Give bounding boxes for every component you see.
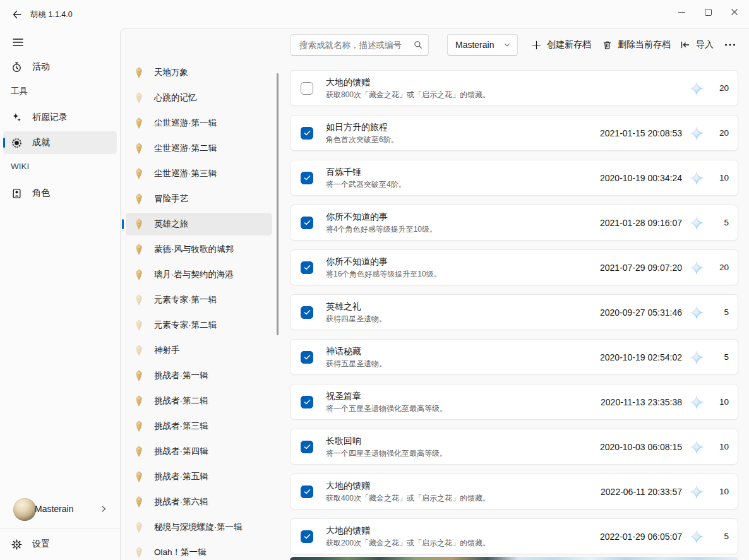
category-item[interactable]: 蒙德·风与牧歌的城邦 (126, 238, 272, 261)
category-item[interactable]: 挑战者·第三辑 (126, 415, 272, 438)
achievement-checkbox[interactable] (301, 306, 313, 319)
achievement-text: 如日方升的旅程 角色首次突破至6阶。 (326, 121, 592, 145)
category-item[interactable]: 冒险手艺 (126, 188, 272, 210)
achievement-title: 神话秘藏 (326, 345, 592, 357)
category-item[interactable]: 天地万象 (126, 61, 272, 84)
hamburger-button[interactable] (9, 34, 26, 51)
check-icon (303, 174, 311, 182)
category-label: 挑战者·第三辑 (154, 420, 208, 432)
achievement-card[interactable]: 长歌回响 将一个四星圣遗物强化至最高等级。 2020-10-03 06:08:1… (290, 429, 738, 465)
sidebar-item-settings[interactable]: 设置 (3, 533, 117, 556)
achievement-text: 你所不知道的事 将4个角色好感等级提升至10级。 (326, 211, 592, 235)
delete-archive-button[interactable]: 删除当前存档 (596, 34, 677, 56)
archive-selector[interactable]: Masterain (447, 34, 518, 56)
wish-record-icon (11, 112, 22, 123)
create-archive-button[interactable]: 创建新存档 (525, 34, 597, 56)
close-button[interactable] (721, 0, 748, 24)
category-item[interactable]: 元素专家·第一辑 (126, 289, 272, 311)
back-button[interactable] (9, 6, 25, 23)
check-icon (303, 353, 311, 361)
back-arrow-icon (12, 9, 22, 20)
achievement-description: 将一个武器突破至4阶。 (326, 179, 592, 190)
achievement-title: 如日方升的旅程 (326, 121, 592, 133)
maximize-button[interactable] (695, 0, 721, 24)
achievement-checkbox[interactable] (301, 351, 313, 364)
category-medal-icon (132, 116, 146, 130)
achievement-checkbox[interactable] (301, 82, 313, 95)
achievement-icon (11, 137, 22, 148)
category-medal-icon (132, 192, 146, 206)
achievement-text: 英雄之礼 获得四星圣遗物。 (326, 301, 592, 325)
achievement-checkbox[interactable] (301, 127, 313, 140)
achievement-reward-count: 20 (712, 128, 729, 138)
search-input[interactable] (298, 40, 414, 51)
delete-archive-label: 删除当前存档 (618, 39, 671, 51)
category-label: 元素专家·第一辑 (154, 294, 217, 306)
check-icon (303, 129, 311, 137)
category-item[interactable]: 英雄之旅 (126, 213, 272, 235)
achievement-reward-count: 10 (712, 487, 729, 496)
sidebar-item-label: 成就 (32, 137, 50, 148)
plus-icon (531, 40, 541, 50)
search-box[interactable] (291, 34, 429, 56)
sidebar-item-label: 角色 (32, 188, 50, 199)
sidebar-item-characters[interactable]: 角色 (3, 182, 117, 205)
sidebar-section-tools: 工具 (11, 86, 28, 97)
achievement-checkbox[interactable] (301, 486, 313, 498)
achievement-title: 你所不知道的事 (326, 256, 592, 268)
achievement-checkbox[interactable] (301, 530, 313, 543)
achievement-reward-count: 10 (712, 442, 729, 451)
achievement-checkbox[interactable] (301, 217, 313, 229)
activity-icon (11, 61, 22, 73)
category-item[interactable]: 挑战者·第二辑 (126, 390, 272, 412)
category-item[interactable]: 挑战者·第六辑 (126, 491, 272, 513)
import-icon (680, 40, 690, 50)
achievement-checkbox[interactable] (301, 261, 313, 274)
achievement-reward-count: 10 (712, 397, 729, 407)
achievement-checkbox[interactable] (301, 441, 313, 453)
category-item[interactable]: 挑战者·第一辑 (126, 364, 272, 387)
achievement-date: 2021-07-29 09:07:20 (600, 263, 682, 273)
category-label: Olah！第一辑 (154, 547, 207, 558)
achievement-card[interactable]: 你所不知道的事 将16个角色好感等级提升至10级。 2021-07-29 09:… (290, 249, 738, 285)
achievement-card[interactable]: 大地的馈赠 获取200次「藏金之花」或「启示之花」的馈藏。 2022-01-29… (290, 518, 738, 554)
more-options-button[interactable] (719, 34, 741, 56)
minimize-button[interactable] (668, 0, 695, 24)
achievement-checkbox[interactable] (301, 396, 313, 408)
category-scrollbar[interactable] (277, 73, 279, 335)
category-item[interactable]: Olah！第一辑 (126, 541, 272, 560)
category-item[interactable]: 璃月·岩与契约的海港 (126, 263, 272, 286)
sidebar-item-achievements[interactable]: 成就 (3, 131, 117, 154)
sidebar-item-activity[interactable]: 活动 (3, 56, 117, 78)
sidebar-item-wish-records[interactable]: 祈愿记录 (3, 106, 117, 129)
achievement-card[interactable]: 如日方升的旅程 角色首次突破至6阶。 2021-01-15 20:08:53 2… (290, 115, 738, 151)
achievement-card[interactable]: 大地的馈赠 获取400次「藏金之花」或「启示之花」的馈藏。 2022-06-11… (290, 474, 738, 509)
achievement-card[interactable]: 英雄之礼 获得四星圣遗物。 2020-09-27 05:31:46 5 (290, 294, 738, 330)
category-item[interactable]: 元素专家·第二辑 (126, 314, 272, 337)
import-button[interactable]: 导入 (674, 34, 720, 56)
category-item[interactable]: 挑战者·第五辑 (126, 465, 272, 488)
achievement-card[interactable]: 百炼千锤 将一个武器突破至4阶。 2020-10-19 00:34:24 10 (290, 160, 738, 196)
navigation-sidebar: 活动 工具 祈愿记录 成就 WIKI 角色 Masterain (0, 28, 120, 560)
category-medal-icon (132, 444, 146, 458)
category-item[interactable]: 秘境与深境螺旋·第一辑 (126, 516, 272, 539)
achievement-card[interactable]: 你所不知道的事 将4个角色好感等级提升至10级。 2021-01-28 09:1… (290, 205, 738, 241)
category-medal-icon (132, 343, 146, 357)
achievement-card[interactable]: 神话秘藏 获得五星圣遗物。 2020-10-19 02:54:02 5 (290, 339, 738, 375)
achievement-date: 2022-01-29 06:05:07 (600, 532, 682, 542)
category-item[interactable]: 神射手 (126, 339, 272, 362)
category-item[interactable]: 尘世巡游·第二辑 (126, 137, 272, 160)
category-label: 秘境与深境螺旋·第一辑 (154, 521, 243, 533)
category-item[interactable]: 挑战者·第四辑 (126, 440, 272, 463)
category-list: 天地万象 心跳的记忆 尘世巡游·第一辑 尘世巡游·第 (126, 61, 272, 560)
category-item[interactable]: 心跳的记忆 (126, 86, 272, 109)
achievement-checkbox[interactable] (301, 172, 313, 184)
sidebar-section-wiki: WIKI (11, 162, 29, 171)
achievement-card[interactable]: 大地的馈赠 获取800次「藏金之花」或「启示之花」的馈藏。 20 (290, 70, 738, 106)
create-archive-label: 创建新存档 (547, 39, 591, 51)
category-item[interactable]: 尘世巡游·第一辑 (126, 112, 272, 134)
category-item[interactable]: 尘世巡游·第三辑 (126, 162, 272, 185)
achievement-date: 2021-01-28 09:16:07 (600, 218, 682, 228)
hamburger-icon (13, 38, 23, 47)
achievement-card[interactable]: 祝圣篇章 将一个五星圣遗物强化至最高等级。 2020-11-13 23:35:3… (290, 384, 738, 420)
